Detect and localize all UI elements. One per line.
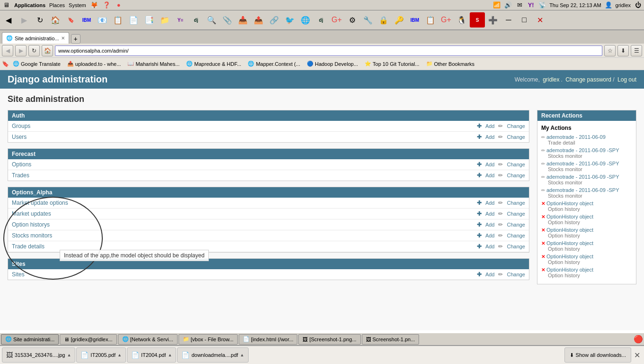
bookmark-others[interactable]: 📁 Other Bookmarks (423, 60, 478, 68)
ext-icon-dj2[interactable]: dj (313, 12, 329, 27)
home-btn[interactable]: 🏠 (48, 12, 63, 27)
sites-change-link[interactable]: Change (507, 272, 525, 277)
refresh-nav-btn[interactable]: ↻ (28, 45, 40, 56)
ext-icon-4[interactable]: 📄 (126, 12, 141, 27)
ext-icon-7[interactable]: 📥 (235, 12, 250, 27)
ext-icon-1[interactable]: 🔖 (63, 12, 79, 27)
sites-add-link[interactable]: Add (485, 272, 495, 277)
options-change-link[interactable]: Change (507, 162, 525, 167)
mu-change-link[interactable]: Change (507, 211, 525, 217)
bookmark-google-translate[interactable]: 🌐 Google Translate (10, 60, 63, 68)
stocks-monitors-link[interactable]: Stocks monitors (12, 232, 477, 239)
ext-icon-ibm[interactable]: IBM (79, 12, 94, 27)
trade-details-link[interactable]: Trade details (12, 243, 477, 250)
ext-icon-12[interactable]: 🔧 (360, 12, 376, 27)
back-nav-btn[interactable]: ◀ (2, 45, 13, 56)
ext-icon-5[interactable]: 📑 (142, 12, 157, 27)
mu-add-link[interactable]: Add (485, 211, 495, 217)
ext-icon-plus[interactable]: 🔍 (204, 12, 219, 27)
ext-icon-10[interactable]: 🌐 (298, 12, 313, 27)
bookmark-btn[interactable]: ☆ (604, 45, 616, 56)
download-chevron-3[interactable]: ▲ (240, 353, 244, 357)
power-icon[interactable]: ⏻ (634, 1, 642, 9)
recent-item-link-0[interactable]: ✏ ademotrade - 2011-06-09 (541, 134, 632, 140)
recent-item-link-4[interactable]: ✏ ademotrade - 2011-06-09 -SPY (541, 187, 632, 193)
muo-add-link[interactable]: Add (485, 200, 495, 206)
minimize-btn[interactable]: ─ (501, 12, 516, 27)
change-password-link[interactable]: Change password (565, 76, 611, 83)
trades-link[interactable]: Trades (12, 172, 477, 179)
users-link[interactable]: Users (12, 134, 477, 140)
log-out-link[interactable]: Log out (617, 76, 636, 83)
ext-icon-g2[interactable]: G+ (438, 12, 454, 27)
ext-icon-8[interactable]: 📤 (251, 12, 266, 27)
home-nav-btn[interactable]: 🏠 (42, 45, 53, 56)
applications-menu[interactable]: Applications (14, 2, 45, 8)
recent-item-link-3[interactable]: ✏ ademotrade - 2011-06-09 -SPY (541, 174, 632, 180)
bookmark-mapper[interactable]: 🌐 Mapper.Context (... (245, 60, 303, 68)
tab-close-btn[interactable]: ✕ (61, 36, 65, 41)
option-historys-link[interactable]: Option historys (12, 221, 477, 228)
ext-icon-15[interactable]: 📋 (423, 12, 438, 27)
taskbar-item-3[interactable]: 📁 [vbox - File Brow... (179, 334, 238, 345)
show-all-downloads-btn[interactable]: ⬇ Show all downloads... (564, 347, 631, 363)
sites-link[interactable]: Sites (12, 271, 477, 278)
download-chevron-2[interactable]: ▲ (168, 353, 172, 357)
back-btn[interactable]: ◀ (1, 12, 16, 27)
maximize-btn[interactable]: □ (517, 12, 532, 27)
ext-icon-g[interactable]: G+ (329, 12, 344, 27)
ext-icon-9[interactable]: 🔗 (267, 12, 282, 27)
taskbar-item-1[interactable]: 🖥 [gridlex@gridlex... (60, 334, 116, 345)
recent-item-link-2[interactable]: ✏ ademotrade - 2011-06-09 -SPY (541, 161, 632, 166)
ext-icon-y[interactable]: Y≡ (173, 12, 188, 27)
trades-add-link[interactable]: Add (485, 173, 495, 178)
users-change-link[interactable]: Change (507, 134, 525, 140)
recent-item-link-1[interactable]: ✏ ademotrade - 2011-06-09 -SPY (541, 147, 632, 153)
groups-link[interactable]: Groups (12, 123, 477, 129)
recent-item-link-5[interactable]: ✕ OptionHistory object (541, 200, 632, 206)
download-item-1[interactable]: 📄 IT2005.pdf ▲ (76, 347, 126, 363)
recent-item-link-8[interactable]: ✕ OptionHistory object (541, 240, 632, 246)
td-add-link[interactable]: Add (485, 244, 495, 249)
system-menu[interactable]: System (69, 2, 86, 8)
address-bar[interactable] (55, 46, 602, 56)
recent-item-link-7[interactable]: ✕ OptionHistory object (541, 227, 632, 233)
ext-icon-3[interactable]: 📋 (110, 12, 125, 27)
ext-icon-mail[interactable]: 📧 (95, 12, 110, 27)
download-item-3[interactable]: 📄 downloadmela....pdf ▲ (177, 347, 248, 363)
taskbar-item-5[interactable]: 🖼 [Screenshot-1.png... (298, 334, 360, 345)
sm-add-link[interactable]: Add (485, 233, 495, 238)
taskbar-item-0[interactable]: 🌐 Site administrati... (1, 334, 59, 345)
ext-icon-bird[interactable]: 🐦 (282, 12, 297, 27)
muo-change-link[interactable]: Change (507, 200, 525, 206)
forward-nav-btn[interactable]: ▶ (15, 45, 27, 56)
ext-icon-django[interactable]: dj (188, 12, 204, 27)
sm-change-link[interactable]: Change (507, 233, 525, 238)
ext-icon-13[interactable]: 🔒 (376, 12, 391, 27)
ext-icon-ibm2[interactable]: IBM (407, 12, 422, 27)
ext-icon-linux[interactable]: 🐧 (454, 12, 469, 27)
recent-item-link-6[interactable]: ✕ OptionHistory object (541, 214, 632, 219)
ext-icon-s[interactable]: S (470, 12, 485, 27)
options-link[interactable]: Options (12, 161, 477, 168)
ext-icon-6[interactable]: 📁 (157, 12, 172, 27)
groups-add-link[interactable]: Add (485, 123, 495, 129)
download-chevron-1[interactable]: ▲ (117, 353, 122, 357)
taskbar-item-6[interactable]: 🖼 Screenshot-1.pn... (362, 334, 420, 345)
refresh-btn[interactable]: ↻ (32, 12, 47, 27)
bookmark-maharishi[interactable]: 📖 Maharishi Mahes... (125, 60, 182, 68)
oh-change-link[interactable]: Change (507, 222, 525, 228)
close-btn[interactable]: ✕ (532, 12, 547, 27)
recent-item-link-9[interactable]: ✕ OptionHistory object (541, 254, 632, 259)
bookmark-git[interactable]: ⭐ Top 10 Git Tutorial... (362, 60, 422, 68)
new-tab-btn[interactable]: + (71, 34, 80, 44)
trades-change-link[interactable]: Change (507, 173, 525, 178)
market-update-options-link[interactable]: Market update options (12, 200, 477, 206)
ext-icon-more[interactable]: 📎 (220, 12, 235, 27)
taskbar-item-2[interactable]: 🌐 [Network & Servi... (118, 334, 178, 345)
forward-btn[interactable]: ▶ (17, 12, 32, 27)
options-add-link[interactable]: Add (485, 162, 495, 167)
downloads-close-btn[interactable]: ✕ (632, 351, 642, 360)
recent-item-link-10[interactable]: ✕ OptionHistory object (541, 267, 632, 273)
active-tab[interactable]: 🌐 Site administratio... ✕ (2, 32, 69, 44)
